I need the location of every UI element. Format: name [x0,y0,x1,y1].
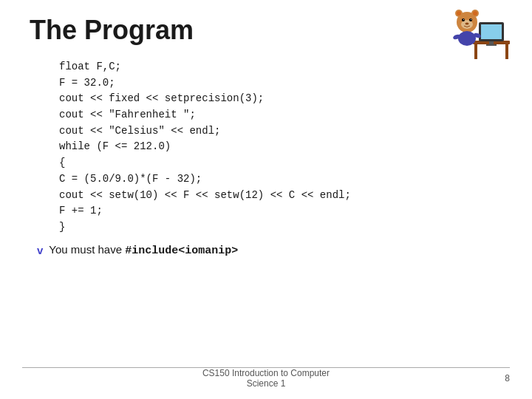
svg-point-13 [462,18,465,21]
svg-rect-1 [474,44,477,59]
code-line-8: C = (5.0/9.0)*(F - 32); [59,171,510,188]
code-reference: #include<iomanip> [125,245,238,257]
code-line-1: float F,C; [59,59,510,75]
svg-point-16 [471,19,471,20]
svg-point-14 [469,18,472,21]
svg-point-10 [457,11,461,16]
mascot-image [451,7,517,63]
code-block: float F,C; F = 32.0; cout << fixed << se… [59,59,510,236]
svg-rect-4 [481,24,502,39]
footer: CS150 Introduction to ComputerScience 1 … [0,368,532,389]
code-line-9: cout << setw(10) << F << setw(12) << C <… [59,188,510,204]
svg-point-11 [473,11,477,16]
bullet-marker: v [37,244,43,256]
code-line-5: cout << "Celsius" << endl; [59,123,510,140]
code-line-6: while (F <= 212.0) [59,139,510,155]
code-line-2: F = 32.0; [59,75,510,92]
code-line-10: F += 1; [59,203,510,219]
footer-page-number: 8 [505,373,510,383]
code-line-11: } [59,219,510,236]
svg-rect-2 [505,44,508,59]
slide: The Program float F,C; F = 32.0; cout <<… [0,0,532,399]
footer-course-text: CS150 Introduction to ComputerScience 1 [202,368,330,389]
code-line-3: cout << fixed << setprecision(3); [59,91,510,107]
svg-point-18 [458,31,476,46]
svg-rect-5 [489,41,494,44]
slide-title: The Program [30,15,510,46]
code-line-7: { [59,155,510,171]
svg-point-17 [466,23,469,25]
bullet-text: You must have #include<iomanip> [49,243,238,257]
bullet-item: v You must have #include<iomanip> [37,243,510,257]
code-line-4: cout << "Fahrenheit "; [59,107,510,123]
svg-rect-6 [486,44,497,46]
svg-point-15 [463,19,464,20]
